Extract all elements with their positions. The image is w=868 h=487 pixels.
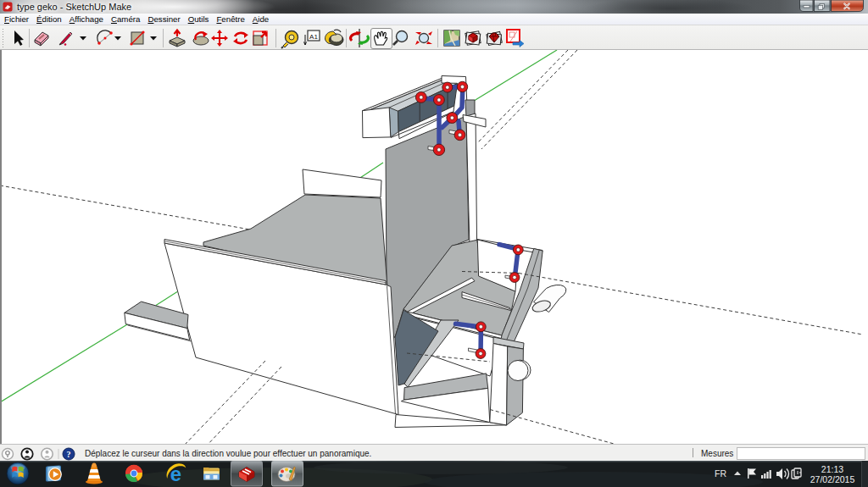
svg-text:21:13: 21:13 [821, 464, 843, 474]
svg-text:27/02/2015: 27/02/2015 [810, 474, 855, 484]
svg-text:A1: A1 [309, 33, 318, 41]
svg-text:?: ? [67, 450, 71, 459]
svg-text:FR: FR [715, 468, 726, 479]
